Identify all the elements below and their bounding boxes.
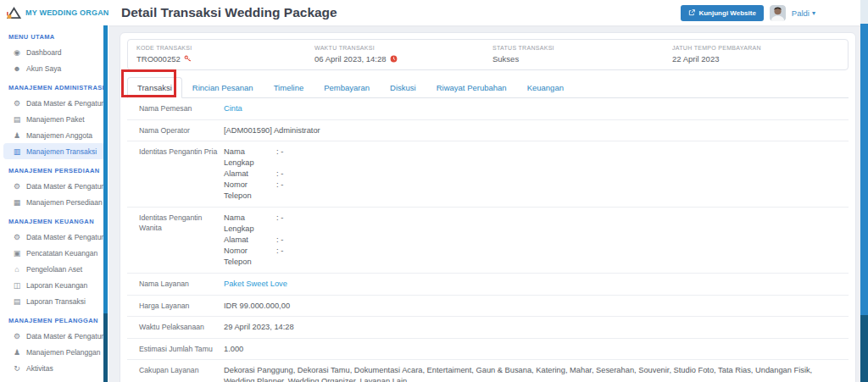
sidebar-item-pengelolaan-aset[interactable]: ⌂ Pengelolaan Aset — [3, 261, 105, 277]
sidebar-item-label: Aktivitas — [26, 364, 53, 373]
customer-link[interactable]: Cinta — [224, 103, 849, 114]
sidebar-section-administrasi: MANAJEMEN ADMINISTRASI — [0, 84, 108, 91]
sub-label: Nama Lengkap — [224, 147, 276, 169]
transaction-detail-card: KODE TRANSAKSI TRO000252 WAKTU TRANSAKSI… — [120, 32, 856, 382]
sidebar-item-laporan-transaksi[interactable]: ▤ Laporan Transaksi — [3, 293, 105, 309]
brand[interactable]: MY WEDDING ORGAN — [0, 0, 108, 25]
sidebar-item-aktivitas[interactable]: ↻ Aktivitas — [3, 360, 105, 376]
field-label: JATUH TEMPO PEMBAYARAN — [672, 45, 848, 51]
triangle-logo-icon — [7, 7, 21, 19]
row-value: Nama Lengkap: - Alamat: - Nomor Telepon:… — [224, 213, 849, 268]
sidebar-item-pencatatan-keuangan[interactable]: ▣ Pencatatan Keuangan — [3, 245, 105, 261]
sidebar-item-laporan-keuangan[interactable]: ◫ Laporan Keuangan — [3, 277, 105, 293]
sidebar-item-label: Data Master & Pengaturan — [26, 233, 105, 241]
detail-tabs: Transaksi Rincian Pesanan Timeline Pemba… — [127, 77, 849, 98]
members-icon: ♟ — [12, 131, 22, 140]
sidebar-item-data-master-pelanggan[interactable]: ⚙ Data Master & Pengaturan — [3, 328, 105, 344]
summary-field-waktu-transaksi: WAKTU TRANSAKSI 06 April 2023, 14:28 — [314, 45, 492, 64]
table-row: Identitas Pengantin Wanita Nama Lengkap:… — [127, 208, 849, 274]
user-name-label: Paldi — [792, 8, 810, 18]
table-row: Waktu Pelaksanaan 29 April 2023, 14:28 — [127, 317, 849, 339]
sidebar-item-label: Data Master & Pengaturan — [26, 99, 105, 108]
package-link[interactable]: Paket Sweet Love — [224, 279, 849, 290]
clock-icon[interactable] — [390, 55, 398, 63]
row-label: Cakupan Layanan — [139, 365, 224, 382]
sidebar-item-data-master-administrasi[interactable]: ⚙ Data Master & Pengaturan — [3, 95, 105, 111]
visit-website-label: Kunjungi Website — [698, 9, 755, 17]
sidebar-item-akun-saya[interactable]: ☻ Akun Saya — [3, 60, 105, 76]
tab-transaksi[interactable]: Transaksi — [127, 77, 182, 98]
gears-icon: ⚙ — [12, 332, 22, 340]
dashboard-icon: ◉ — [12, 48, 22, 57]
page-scrollbar-thumb[interactable] — [860, 24, 868, 315]
table-row: Cakupan Layanan Dekorasi Panggung, Dekor… — [127, 360, 849, 382]
tab-diskusi[interactable]: Diskusi — [380, 77, 426, 98]
avatar[interactable] — [770, 5, 786, 21]
sidebar-item-label: Pencatatan Keuangan — [26, 249, 97, 257]
row-value: Nama Lengkap: - Alamat: - Nomor Telepon:… — [224, 147, 849, 202]
top-header: Detail Transaksi Wedding Package Kunjung… — [108, 0, 868, 25]
tab-timeline[interactable]: Timeline — [264, 77, 314, 98]
activity-icon: ↻ — [12, 364, 22, 373]
gears-icon: ⚙ — [12, 233, 22, 241]
tab-pembayaran[interactable]: Pembayaran — [314, 77, 380, 98]
key-icon[interactable] — [184, 55, 192, 63]
sidebar-item-label: Laporan Keuangan — [26, 281, 87, 290]
sidebar-item-data-master-persediaan[interactable]: ⚙ Data Master & Pengaturan — [3, 178, 105, 194]
package-icon: ▤ — [12, 115, 22, 124]
row-value: [ADM001590] Administrator — [224, 125, 849, 136]
row-value: 29 April 2023, 14:28 — [224, 322, 849, 333]
row-label: Nama Layanan — [139, 279, 224, 290]
bookkeeping-icon: ▣ — [12, 249, 22, 257]
sidebar-section-persediaan: MANAJEMEN PERSEDIAAN — [0, 167, 108, 174]
inventory-icon: ▦ — [12, 198, 22, 207]
row-value: IDR 99.000.000,00 — [224, 301, 849, 312]
page-scrollbar-track-bottom[interactable] — [860, 315, 868, 382]
tab-riwayat-perubahan[interactable]: Riwayat Perubahan — [426, 77, 517, 98]
sub-value: : - — [276, 246, 283, 268]
sub-label: Nama Lengkap — [224, 213, 276, 235]
row-label: Waktu Pelaksanaan — [139, 322, 224, 333]
field-value: 06 April 2023, 14:28 — [314, 54, 387, 64]
sidebar-item-manajemen-paket[interactable]: ▤ Manajemen Paket — [3, 111, 105, 127]
tab-keuangan[interactable]: Keuangan — [517, 77, 574, 98]
sub-label: Alamat — [224, 169, 276, 180]
brand-name: MY WEDDING ORGAN — [25, 8, 108, 17]
sidebar-item-label: Manajemen Anggota — [26, 131, 92, 140]
tab-rincian-pesanan[interactable]: Rincian Pesanan — [182, 77, 264, 98]
sidebar-section-keuangan: MANAJEMEN KEUANGAN — [0, 218, 108, 225]
page-title: Detail Transaksi Wedding Package — [121, 5, 337, 20]
field-label: STATUS TRANSAKSI — [492, 45, 672, 51]
status-value: Sukses — [492, 54, 519, 64]
table-row: Estimasi Jumlah Tamu 1.000 — [127, 339, 849, 361]
sidebar-scrollbar-thumb[interactable] — [103, 25, 108, 313]
table-row: Nama Pemesan Cinta — [127, 98, 849, 120]
sidebar-item-manajemen-pelanggan[interactable]: ♟ Manajemen Pelanggan — [3, 344, 105, 360]
sidebar-item-manajemen-persediaan[interactable]: ▦ Manajemen Persediaan — [3, 194, 105, 210]
table-row: Harga Layanan IDR 99.000.000,00 — [127, 296, 849, 318]
summary-field-jatuh-tempo: JATUH TEMPO PEMBAYARAN 22 April 2023 — [672, 45, 848, 64]
transactions-icon: ▥ — [12, 147, 22, 156]
sidebar-item-data-master-keuangan[interactable]: ⚙ Data Master & Pengaturan — [3, 229, 105, 245]
sidebar: MY WEDDING ORGAN MENU UTAMA ◉ Dashboard … — [0, 0, 108, 382]
sidebar-item-label: Akun Saya — [26, 64, 61, 73]
sidebar-item-label: Data Master & Pengaturan — [26, 182, 105, 191]
sidebar-section-menu-utama: MENU UTAMA — [0, 33, 108, 41]
summary-field-kode-transaksi: KODE TRANSAKSI TRO000252 — [136, 45, 314, 64]
sidebar-item-manajemen-transaksi[interactable]: ▥ Manajemen Transaksi — [3, 143, 105, 159]
field-label: WAKTU TRANSAKSI — [314, 45, 492, 51]
row-label: Nama Pemesan — [139, 103, 224, 114]
sidebar-scrollbar-track[interactable] — [103, 313, 108, 382]
chevron-down-icon: ▾ — [812, 9, 815, 17]
visit-website-button[interactable]: Kunjungi Website — [681, 5, 763, 21]
sidebar-item-manajemen-anggota[interactable]: ♟ Manajemen Anggota — [3, 127, 105, 143]
sidebar-item-label: Laporan Transaksi — [26, 297, 86, 306]
row-label: Harga Layanan — [139, 301, 224, 312]
customers-icon: ♟ — [12, 348, 22, 357]
user-menu[interactable]: Paldi ▾ — [792, 8, 815, 18]
row-label: Identitas Pengantin Pria — [139, 147, 224, 202]
table-row: Nama Layanan Paket Sweet Love — [127, 274, 849, 296]
sub-value: : - — [276, 235, 283, 246]
row-label: Identitas Pengantin Wanita — [139, 213, 224, 268]
sidebar-item-dashboard[interactable]: ◉ Dashboard — [3, 44, 105, 60]
